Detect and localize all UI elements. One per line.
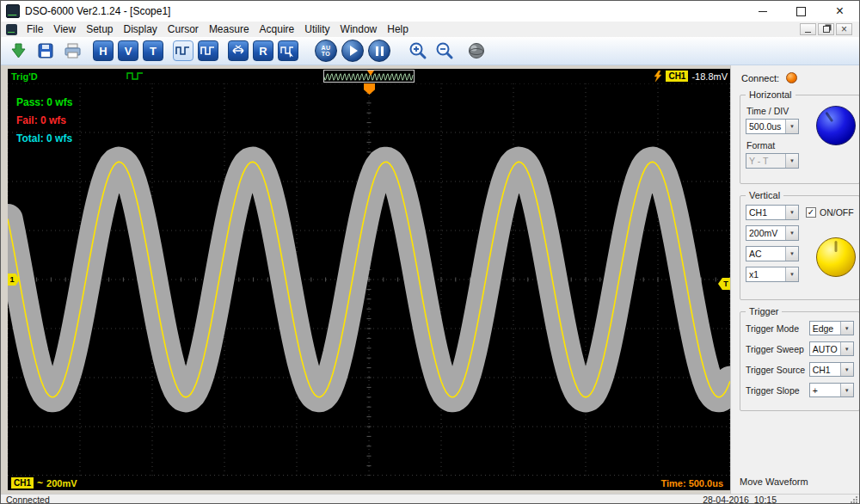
scope-status-strip: Trig'D CH1 -1 [8, 69, 730, 83]
channel-onoff[interactable]: ON/OFF [806, 207, 854, 218]
knob-pointer [825, 112, 833, 122]
menu-utility[interactable]: Utility [299, 22, 335, 36]
coupling-select[interactable]: AC [746, 246, 799, 261]
scope-frame: Trig'D CH1 -1 [8, 69, 730, 490]
move-arrows-icon [231, 44, 245, 58]
time-div-value: 500.0us [746, 120, 785, 133]
dropdown-arrow-icon [785, 154, 798, 168]
vertical-knob[interactable] [816, 237, 856, 277]
trigger-group-title: Trigger [746, 306, 782, 317]
run-button[interactable] [341, 40, 364, 62]
trigger-source-select[interactable]: CH1 [809, 362, 854, 377]
trigger-readout: CH1 -18.8mV [654, 69, 728, 83]
menu-file[interactable]: File [22, 22, 48, 36]
menu-view[interactable]: View [48, 22, 81, 36]
dropdown-arrow-icon [785, 226, 798, 240]
coupling-symbol: ~ [37, 477, 43, 489]
snapshot-button[interactable] [465, 40, 488, 62]
autoset-button[interactable]: AU TO [315, 40, 337, 62]
horizontal-group-title: Horizontal [746, 89, 796, 100]
open-button[interactable] [8, 40, 30, 62]
square-wave-icon [200, 45, 216, 57]
channel-select[interactable]: CH1 [746, 205, 799, 220]
dropdown-arrow-icon [840, 384, 853, 396]
trigger-group: Trigger Trigger Mode Edge Trigger Sweep … [740, 311, 860, 411]
horizontal-menu-button[interactable]: H [93, 40, 114, 61]
trigger-mode-value: Edge [810, 322, 840, 335]
dropdown-arrow-icon [785, 247, 798, 261]
mdi-minimize-button[interactable] [800, 23, 816, 35]
main-area: Trig'D CH1 -1 [1, 65, 859, 494]
xy-expand-button[interactable] [228, 40, 249, 61]
fail-count: Fail: 0 wfs [16, 112, 72, 130]
menu-measure[interactable]: Measure [204, 22, 255, 36]
mdi-window-controls [800, 23, 856, 35]
application-window: DSO-6000 Ver2.1.24 - [Scope1] File View … [0, 0, 860, 504]
probe-select[interactable]: x1 [746, 267, 799, 282]
menu-setup[interactable]: Setup [81, 22, 118, 36]
waveform-mode-button[interactable] [173, 40, 194, 61]
refresh-button[interactable]: R [253, 40, 273, 61]
autoset-label-bottom: TO [322, 51, 331, 57]
menu-acquire[interactable]: Acquire [255, 22, 300, 36]
dropdown-arrow-icon [785, 206, 798, 219]
print-button[interactable] [61, 40, 83, 62]
sphere-icon [467, 41, 486, 60]
waveform-cursor-button[interactable] [278, 40, 298, 61]
time-div-select[interactable]: 500.0us [746, 119, 799, 134]
scope-display[interactable]: Pass: 0 wfs Fail: 0 wfs Total: 0 wfs 1 T [8, 83, 730, 476]
dropdown-arrow-icon [785, 267, 798, 281]
close-button[interactable] [820, 1, 859, 22]
record-preview[interactable] [323, 70, 415, 83]
autoset-label-top: AU [321, 45, 330, 51]
menu-help[interactable]: Help [382, 22, 414, 36]
zoom-out-button[interactable] [433, 40, 456, 62]
format-select[interactable]: Y - T [746, 153, 799, 169]
horizontal-knob[interactable] [816, 106, 856, 145]
channel-badge: CH1 [11, 477, 34, 489]
connect-label: Connect: [741, 73, 779, 83]
zoom-in-button[interactable] [407, 40, 429, 62]
trigger-mode-label: Trigger Mode [746, 323, 799, 334]
mdi-restore-button[interactable] [818, 23, 834, 35]
menu-window[interactable]: Window [335, 22, 383, 36]
menu-cursor[interactable]: Cursor [163, 22, 204, 36]
knob-pointer [834, 241, 837, 252]
trigger-sweep-select[interactable]: AUTO [809, 341, 854, 356]
trigger-mode-select[interactable]: Edge [809, 321, 854, 335]
trigger-slope-select[interactable]: + [809, 383, 854, 397]
open-icon [10, 42, 28, 59]
dropdown-arrow-icon [840, 342, 853, 355]
status-bar: Connected 28-04-2016 10:15 [1, 494, 859, 504]
connect-led-icon [786, 72, 797, 83]
menu-display[interactable]: Display [119, 22, 163, 36]
save-button[interactable] [34, 40, 57, 62]
volts-div-value: 200mV [746, 226, 785, 240]
onoff-checkbox[interactable] [806, 207, 816, 218]
volts-div-select[interactable]: 200mV [746, 225, 799, 241]
pass-count: Pass: 0 wfs [16, 94, 72, 112]
resize-grip[interactable] [849, 495, 858, 504]
trigger-source-value: CH1 [810, 363, 840, 376]
wave-cursor-icon [280, 45, 296, 58]
waveform-average-button[interactable] [198, 40, 218, 61]
pause-button[interactable] [368, 40, 390, 62]
trigger-sweep-value: AUTO [810, 342, 840, 355]
mdi-close-button[interactable] [836, 23, 852, 35]
print-icon [63, 42, 82, 59]
dropdown-arrow-icon [840, 322, 853, 335]
minimize-button[interactable] [743, 1, 782, 22]
trigger-slope-label: Trigger Slope [746, 385, 800, 396]
mask-test-stats: Pass: 0 wfs Fail: 0 wfs Total: 0 wfs [16, 94, 72, 148]
trigger-level-readout: -18.8mV [691, 71, 728, 82]
pause-icon [376, 46, 384, 56]
connection-status: Connected [6, 495, 50, 504]
maximize-button[interactable] [782, 1, 820, 22]
trigger-menu-button[interactable]: T [143, 40, 163, 61]
save-icon [37, 42, 54, 59]
control-panel: Connect: Horizontal Time / DIV 500.0us F… [730, 65, 860, 494]
play-icon [350, 46, 358, 56]
scope-workspace: Trig'D CH1 -1 [1, 65, 730, 494]
vertical-menu-button[interactable]: V [118, 40, 138, 61]
scope-readout-strip: CH1 ~ 200mV Time: 500.0us [8, 476, 730, 490]
